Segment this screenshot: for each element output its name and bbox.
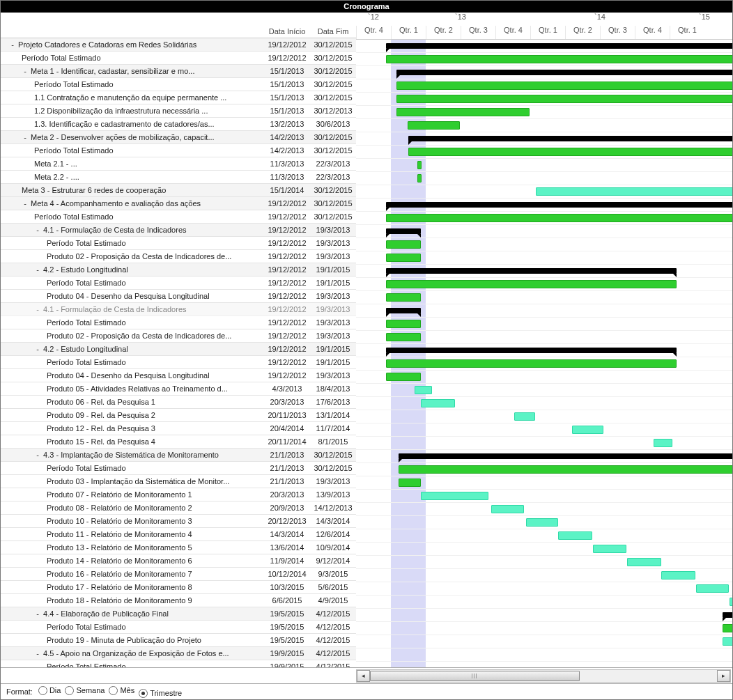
table-row[interactable]: Produto 02 - Proposição da Cesta de Indi… [1,250,356,263]
gantt-bar[interactable] [399,479,420,487]
gantt-bar[interactable] [730,598,732,606]
table-row[interactable]: Período Total Estimado15/1/201330/12/201… [1,78,356,91]
table-row[interactable]: Produto 03 - Implantação da Sistemática … [1,475,356,488]
table-row[interactable]: Produto 12 - Rel. da Pesquisa 320/4/2014… [1,422,356,435]
gantt-bar[interactable] [415,386,432,394]
scroll-right-button[interactable]: ▸ [717,670,730,682]
table-row[interactable]: Produto 18 - Relatório de Monitoramento … [1,594,356,607]
gantt-bar[interactable] [593,545,627,553]
toggle-icon[interactable]: - [34,345,41,353]
gantt-bar[interactable] [536,187,732,196]
gantt-bar[interactable] [396,95,732,103]
gantt-bar[interactable] [661,571,695,580]
table-row[interactable]: - 4.2 - Estudo Longitudinal19/12/201219/… [1,343,356,356]
gantt-bar[interactable] [386,254,420,262]
table-row[interactable]: 1.2 Disponibilização da infraestrutura n… [1,104,356,118]
table-row[interactable]: Produto 02 - Proposição da Cesta de Indi… [1,329,356,343]
gantt-bar[interactable] [386,308,420,313]
gantt-bar[interactable] [421,399,455,407]
table-row[interactable]: - 4.4 - Elaboração de Publicação Final19… [1,607,356,621]
gantt-bar[interactable] [386,348,677,353]
gantt-bar[interactable] [417,174,422,182]
toggle-icon[interactable]: - [22,67,29,75]
gantt-bar[interactable] [386,43,732,49]
table-row[interactable]: Produto 10 - Relatório de Monitoramento … [1,515,356,528]
gantt-bar[interactable] [386,228,420,234]
gantt-bar[interactable] [421,492,488,500]
scroll-track[interactable] [370,671,717,681]
toggle-icon[interactable]: - [34,451,41,459]
gantt-bar[interactable] [399,465,732,474]
table-row[interactable]: Período Total Estimado19/12/201219/3/201… [1,316,356,329]
table-row[interactable]: Produto 06 - Rel. da Pesquisa 120/3/2013… [1,396,356,409]
table-row[interactable]: Período Total Estimado19/12/201230/12/20… [1,52,356,65]
table-row[interactable]: - Meta 2 - Desenvolver ações de mobiliza… [1,131,356,144]
table-row[interactable]: Período Total Estimado14/2/201330/12/201… [1,144,356,157]
table-row[interactable]: Período Total Estimado19/12/201219/3/201… [1,237,356,250]
timeline-body[interactable] [356,40,732,667]
table-row[interactable]: Período Total Estimado21/1/201330/12/201… [1,462,356,475]
table-row[interactable]: Meta 2.1 - ...11/3/201322/3/2013 [1,157,356,171]
gantt-bar[interactable] [386,320,420,328]
timeline-hscroll[interactable]: ◂ ▸ [356,669,731,683]
table-row[interactable]: Produto 05 - Atividades Relativas ao Tre… [1,382,356,396]
table-row[interactable]: 1.3. Identificação e cadastramento de ca… [1,118,356,131]
gantt-bar[interactable] [408,148,732,156]
gantt-bar[interactable] [386,373,420,381]
table-row[interactable]: - 4.1 - Formulação de Cesta de Indicador… [1,224,356,237]
table-row[interactable]: - 4.5 - Apoio na Organização de Exposiçã… [1,647,356,660]
gantt-bar[interactable] [408,121,460,130]
gantt-bar[interactable] [396,81,732,90]
table-row[interactable]: Produto 07 - Relatório de Monitoramento … [1,488,356,501]
table-row[interactable]: - Meta 1 - Identificar, cadastar, sensib… [1,65,356,78]
gantt-bar[interactable] [526,518,558,527]
table-row[interactable]: Meta 3 - Estruturar 6 redes de cooperaçã… [1,184,356,197]
table-row[interactable]: - 4.3 - Implantação de Sistemática de Mo… [1,449,356,462]
gantt-bar[interactable] [386,268,677,274]
toggle-icon[interactable]: - [34,265,41,274]
gantt-bar[interactable] [408,136,732,141]
table-row[interactable]: Produto 13 - Relatório de Monitoramento … [1,541,356,554]
table-row[interactable]: Produto 19 - Minuta de Publicação do Pro… [1,634,356,647]
gantt-bar[interactable] [627,558,661,566]
table-row[interactable]: Produto 11 - Relatório de Monitoramento … [1,528,356,541]
gantt-bar[interactable] [396,70,732,75]
gantt-bar[interactable] [386,55,732,63]
scroll-thumb[interactable] [370,671,580,681]
toggle-icon[interactable]: - [34,609,41,618]
gantt-bar[interactable] [386,214,732,222]
table-row[interactable]: Período Total Estimado19/12/201230/12/20… [1,210,356,224]
gantt-bar[interactable] [386,293,420,302]
table-row[interactable]: - Meta 4 - Acompanhamento e avaliação da… [1,197,356,210]
toggle-icon[interactable]: - [34,305,41,313]
format-radio-mês[interactable]: Mês [109,686,134,695]
table-row[interactable]: Período Total Estimado19/5/20154/12/2015 [1,621,356,634]
toggle-icon[interactable]: - [34,649,41,658]
gantt-bar[interactable] [558,531,592,540]
gantt-bar[interactable] [723,624,732,632]
format-radio-dia[interactable]: Dia [38,686,61,695]
table-row[interactable]: Meta 2.2 - ....11/3/201322/3/2013 [1,171,356,184]
table-row[interactable]: Produto 09 - Rel. da Pesquisa 220/11/201… [1,409,356,422]
gantt-bar[interactable] [386,359,677,368]
table-row[interactable]: Produto 04 - Desenho da Pesquisa Longitu… [1,369,356,382]
gantt-bar[interactable] [723,612,732,618]
gantt-bar[interactable] [417,161,422,169]
format-radio-semana[interactable]: Semana [65,686,105,695]
table-row[interactable]: Período Total Estimado19/12/201219/1/201… [1,356,356,369]
gantt-bar[interactable] [386,202,732,208]
toggle-icon[interactable]: - [22,133,29,141]
gantt-bar[interactable] [396,108,530,116]
table-row[interactable]: - 4.2 - Estudo Longitudinal19/12/201219/… [1,263,356,277]
gantt-bar[interactable] [491,505,524,513]
gantt-bar[interactable] [386,333,420,341]
format-radio-trimestre[interactable]: Trimestre [139,689,182,698]
toggle-icon[interactable]: - [9,40,16,49]
toggle-icon[interactable]: - [34,226,41,234]
table-row[interactable]: Produto 15 - Rel. da Pesquisa 420/11/201… [1,435,356,449]
gantt-bar[interactable] [386,240,420,249]
table-row[interactable]: Produto 14 - Relatório de Monitoramento … [1,554,356,568]
table-row[interactable]: Período Total Estimado19/9/20154/12/2015 [1,660,356,667]
table-row[interactable]: - 4.1 - Formulação de Cesta de Indicador… [1,303,356,316]
table-row[interactable]: - Projeto Catadores e Catadoras em Redes… [1,38,356,52]
